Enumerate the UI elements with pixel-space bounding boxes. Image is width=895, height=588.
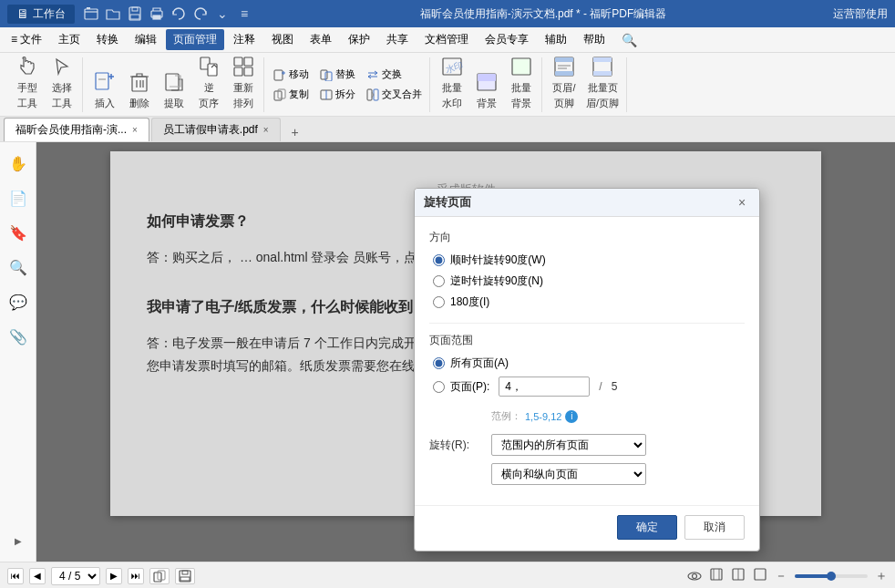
menu-assist[interactable]: 辅助 xyxy=(538,29,574,50)
sidebar-bookmark-icon[interactable]: 🔖 xyxy=(5,219,32,246)
radio-180[interactable]: 180度(I) xyxy=(433,294,745,310)
extract-icon xyxy=(161,69,187,95)
zoom-width-icon[interactable] xyxy=(731,567,746,584)
cross-merge-button[interactable]: 交叉合并 xyxy=(363,86,426,103)
more-icon[interactable]: ⌄ xyxy=(213,5,231,23)
open-file-icon[interactable] xyxy=(82,5,100,23)
delete-button[interactable]: 删除 xyxy=(123,66,156,112)
hand-tool-button[interactable]: 手型 工具 xyxy=(11,53,44,112)
radio-all-pages[interactable]: 所有页面(A) xyxy=(433,356,745,371)
insert-button[interactable]: 插入 xyxy=(88,66,121,112)
dialog-close-button[interactable]: × xyxy=(734,194,750,211)
tab-2-close[interactable]: × xyxy=(263,125,269,135)
svg-rect-35 xyxy=(555,57,573,62)
menu-view[interactable]: 视图 xyxy=(264,29,301,50)
radio-specific-pages-input[interactable] xyxy=(433,381,445,393)
tab-add-button[interactable]: + xyxy=(286,123,304,141)
menu-convert[interactable]: 转换 xyxy=(89,29,126,50)
sidebar-collapse-icon[interactable]: ▶ xyxy=(5,527,32,554)
menu-form[interactable]: 表单 xyxy=(303,29,339,50)
zoom-in-button[interactable]: ＋ xyxy=(875,568,888,584)
radio-clockwise[interactable]: 顺时针旋转90度(W) xyxy=(433,253,745,268)
background-button[interactable]: 背景 xyxy=(470,66,503,112)
page-total: 5 xyxy=(612,380,618,393)
radio-counterclockwise-input[interactable] xyxy=(433,275,445,287)
nav-next-button[interactable]: ▶ xyxy=(106,568,122,584)
menu-file[interactable]: ≡ 文件 xyxy=(4,29,49,50)
reverse-button[interactable]: 逆 页序 xyxy=(192,53,225,112)
svg-rect-19 xyxy=(244,67,252,76)
svg-rect-22 xyxy=(325,72,332,81)
select-tool-button[interactable]: 选择 工具 xyxy=(46,53,78,112)
redo-icon[interactable] xyxy=(191,5,210,23)
menu-icon[interactable]: ≡ xyxy=(235,5,253,23)
copy-button[interactable]: 复制 xyxy=(270,86,313,103)
page-range-input[interactable] xyxy=(499,377,590,397)
menu-comment[interactable]: 注释 xyxy=(226,29,262,50)
radio-180-input[interactable] xyxy=(433,296,445,308)
exchange-button[interactable]: 交换 xyxy=(363,66,406,83)
save-icon[interactable] xyxy=(126,5,144,23)
open-folder-icon[interactable] xyxy=(104,5,122,23)
header-footer-button[interactable]: 页眉/ 页脚 xyxy=(548,53,581,112)
print-icon[interactable] xyxy=(148,5,166,23)
menu-protect[interactable]: 保护 xyxy=(341,29,377,50)
toolbar-group-watermark: 水印 批量 水印 背景 批量 背景 xyxy=(432,57,542,112)
batch-headerfooter-button[interactable]: 批量页 眉/页脚 xyxy=(582,53,622,112)
undo-icon[interactable] xyxy=(170,5,188,23)
menu-docmgr[interactable]: 文档管理 xyxy=(417,29,476,50)
tab-2[interactable]: 员工请假申请表.pdf × xyxy=(151,118,281,141)
split-button[interactable]: 拆分 xyxy=(316,86,359,103)
svg-rect-7 xyxy=(96,73,108,89)
menu-member[interactable]: 会员专享 xyxy=(478,29,536,50)
menu-edit[interactable]: 编辑 xyxy=(128,29,164,50)
sidebar-hand-icon[interactable]: ✋ xyxy=(5,150,32,177)
orient-select-row: 横向和纵向页面 横向页面 纵向页面 xyxy=(429,463,745,485)
header-footer-label: 页眉/ xyxy=(552,81,575,95)
nav-first-button[interactable]: ⏮ xyxy=(7,568,24,584)
batch-background-button[interactable]: 批量 背景 xyxy=(505,53,538,112)
radio-specific-pages[interactable]: 页面(P): / 5 xyxy=(433,377,745,397)
svg-rect-44 xyxy=(180,571,190,582)
menu-search[interactable]: 🔍 xyxy=(614,30,644,50)
sidebar-page-icon[interactable]: 📄 xyxy=(5,184,32,211)
menu-page[interactable]: 页面管理 xyxy=(166,29,224,50)
move-button[interactable]: 移动 xyxy=(270,66,313,83)
sidebar-search-doc-icon[interactable]: 🔍 xyxy=(5,253,32,281)
radio-counterclockwise[interactable]: 逆时针旋转90度(N) xyxy=(433,273,745,289)
rotate-select[interactable]: 范围内的所有页面 奇数页 偶数页 xyxy=(491,434,646,456)
sidebar-comment-icon[interactable]: 💬 xyxy=(5,288,32,315)
hint-value: 1,5-9,12 xyxy=(525,411,561,422)
save-status-button[interactable] xyxy=(175,568,195,584)
zoom-out-button[interactable]: － xyxy=(775,568,787,584)
select-tool-label: 选择 xyxy=(52,81,72,95)
replace-button[interactable]: 替换 xyxy=(316,66,359,83)
radio-clockwise-input[interactable] xyxy=(433,254,445,266)
tab-1[interactable]: 福昕会员使用指南-演... × xyxy=(4,118,149,141)
tab-1-label: 福昕会员使用指南-演... xyxy=(15,122,127,138)
page-select[interactable]: 4 / 5 xyxy=(51,567,100,585)
direction-radio-group: 顺时针旋转90度(W) 逆时针旋转90度(N) 180度(I) xyxy=(429,253,745,310)
zoom-fit-icon[interactable] xyxy=(709,567,724,584)
zoom-slider-thumb[interactable] xyxy=(827,572,836,581)
copy-label: 复制 xyxy=(289,88,309,101)
orient-select[interactable]: 横向和纵向页面 横向页面 纵向页面 xyxy=(491,463,646,485)
zoom-slider[interactable] xyxy=(795,574,868,578)
zoom-page-icon[interactable] xyxy=(753,567,767,584)
reorder-button[interactable]: 重新 排列 xyxy=(227,53,260,112)
nav-last-button[interactable]: ⏭ xyxy=(128,568,144,584)
sidebar-attach-icon[interactable]: 📎 xyxy=(5,323,32,350)
cancel-button[interactable]: 取消 xyxy=(684,515,745,540)
tab-1-close[interactable]: × xyxy=(132,125,138,135)
copy-page-button[interactable] xyxy=(149,568,170,584)
menu-home[interactable]: 主页 xyxy=(51,29,87,50)
menu-help[interactable]: 帮助 xyxy=(576,29,612,50)
batch-watermark-icon: 水印 xyxy=(439,54,465,79)
radio-all-pages-input[interactable] xyxy=(433,357,445,369)
app-button[interactable]: 🖥 工作台 xyxy=(7,5,75,24)
confirm-button[interactable]: 确定 xyxy=(617,515,677,540)
extract-button[interactable]: 提取 xyxy=(158,66,190,112)
menu-share[interactable]: 共享 xyxy=(379,29,416,50)
nav-prev-button[interactable]: ◀ xyxy=(29,568,46,584)
batch-watermark-button[interactable]: 水印 批量 水印 xyxy=(436,53,468,112)
